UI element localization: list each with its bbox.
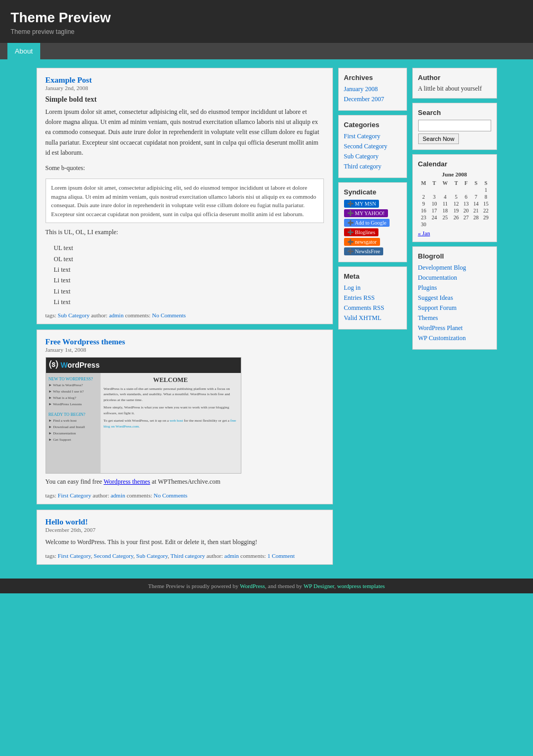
post-1-bold: Simple bold text	[46, 95, 324, 104]
cal-day: 19	[451, 207, 461, 214]
cal-day: 14	[471, 200, 481, 207]
post-1-tag-link[interactable]: Sub Category	[58, 312, 89, 318]
cal-day	[429, 221, 439, 228]
list-item: Sub Category	[344, 152, 401, 161]
syndicate-bloglines[interactable]: ➕ Bloglines	[344, 228, 401, 236]
cal-day: 15	[481, 200, 491, 207]
cal-prev-anchor[interactable]: « Jan	[418, 230, 430, 236]
post-3-tag1-link[interactable]: First Category	[58, 553, 91, 559]
list-item: Li text	[54, 286, 324, 297]
cal-day	[451, 186, 461, 193]
archive-jan-2008[interactable]: January 2008	[344, 85, 378, 93]
post-3-tag3-link[interactable]: Sub Category	[136, 553, 167, 559]
cal-day-header: M	[418, 180, 430, 186]
cal-day-header: F	[461, 180, 471, 186]
site-tagline: Theme preview tagline	[11, 28, 522, 35]
footer-wp-link[interactable]: WordPress	[240, 583, 265, 589]
syndicate-newsgator[interactable]: ➕ newsgator	[344, 237, 401, 246]
post-2-tag-link[interactable]: First Category	[58, 492, 91, 499]
list-item: Li text	[54, 264, 324, 275]
nav-bar: About	[0, 43, 533, 59]
post-2-comments-link[interactable]: No Comments	[153, 492, 187, 499]
blogroll-docs[interactable]: Documentation	[418, 274, 457, 281]
meta-title: Meta	[344, 272, 401, 280]
list-item: WordPress Planet	[418, 324, 491, 332]
list-item: UL text	[54, 243, 324, 253]
cal-day: 30	[418, 221, 430, 228]
cal-day	[429, 186, 439, 193]
cal-day	[471, 221, 481, 228]
post-2-author-link[interactable]: admin	[111, 492, 125, 499]
blogroll-support-forum[interactable]: Support Forum	[418, 304, 457, 312]
search-button[interactable]: Search Now	[418, 134, 459, 144]
post-1-comments-link[interactable]: No Comments	[152, 312, 186, 318]
syndicate-yahoo[interactable]: ➕ MY YAHOO!	[344, 209, 401, 217]
blogroll-wp-customization[interactable]: WP Customization	[418, 334, 466, 342]
cat-third[interactable]: Third category	[344, 163, 382, 170]
post-2: Free Wordpress themes January 1st, 2008 …	[37, 330, 333, 504]
cal-day	[471, 186, 481, 193]
author-bio: A little bit about yourself	[418, 85, 491, 93]
syndicate-msn[interactable]: ➕ MY MSN	[344, 199, 401, 208]
post-3-tags: tags: First Category, Second Category, S…	[46, 553, 324, 559]
list-item: Themes	[418, 314, 491, 322]
search-input[interactable]	[418, 120, 491, 131]
blogroll-dev-blog[interactable]: Development Blog	[418, 264, 466, 271]
list-item: Entries RSS	[344, 293, 401, 302]
archives-title: Archives	[344, 74, 401, 82]
post-3-tag2-link[interactable]: Second Category	[94, 553, 133, 559]
post-1-bquote-label: Some b-quotes:	[46, 163, 324, 173]
cal-day: 29	[481, 214, 491, 221]
post-2-themes-link[interactable]: Wordpress themes	[104, 478, 150, 485]
blogroll-themes[interactable]: Themes	[418, 314, 438, 322]
list-item: First Category	[344, 132, 401, 140]
list-item: Third category	[344, 162, 401, 171]
cat-sub[interactable]: Sub Category	[344, 153, 379, 160]
cal-day: 3	[429, 193, 439, 200]
cat-first[interactable]: First Category	[344, 132, 381, 140]
post-1-body: Lorem ipsum dolor sit amet, consectetur …	[46, 107, 324, 158]
blogroll-plugins[interactable]: Plugins	[418, 284, 437, 291]
list-item: OL text	[54, 254, 324, 264]
post-2-title[interactable]: Free Wordpress themes	[46, 337, 125, 346]
syndicate-google[interactable]: ➕ Add to Google	[344, 218, 401, 227]
right-sidebar: Author A little bit about yourself Searc…	[412, 68, 497, 570]
post-1-list-label: This is UL, OL, LI example:	[46, 227, 324, 237]
footer-designer-link[interactable]: WP Designer	[303, 583, 334, 589]
calendar-table: M T W T F S S	[418, 180, 491, 228]
author-widget: Author A little bit about yourself	[412, 68, 497, 99]
categories-title: Categories	[344, 121, 401, 129]
post-3-title[interactable]: Hello world!	[46, 518, 88, 526]
post-3: Hello world! December 26th, 2007 Welcome…	[37, 510, 333, 565]
post-3-author-link[interactable]: admin	[224, 553, 239, 559]
archive-dec-2007[interactable]: December 2007	[344, 95, 384, 103]
blogroll-suggest-ideas[interactable]: Suggest Ideas	[418, 294, 453, 301]
cal-day: 20	[461, 207, 471, 214]
list-item: Documentation	[418, 273, 491, 282]
post-3-tag4-link[interactable]: Third category	[170, 553, 205, 559]
cal-day	[461, 186, 471, 193]
cal-day-header: T	[451, 180, 461, 186]
cal-day	[418, 186, 430, 193]
blogroll-wp-planet[interactable]: WordPress Planet	[418, 324, 463, 332]
syndicate-widget: Syndicate ➕ MY MSN ➕ MY YAHOO! ➕ Add to …	[338, 182, 407, 262]
main-content: Example Post January 2nd, 2008 Simple bo…	[37, 68, 333, 570]
post-1-title[interactable]: Example Post	[46, 76, 92, 84]
meta-entries-rss[interactable]: Entries RSS	[344, 294, 375, 301]
page-wrapper: Example Post January 2nd, 2008 Simple bo…	[37, 68, 497, 570]
post-3-comments-link[interactable]: 1 Comment	[267, 553, 295, 559]
meta-comments-rss[interactable]: Comments RSS	[344, 304, 384, 312]
meta-login[interactable]: Log in	[344, 284, 361, 291]
meta-valid-xhtml[interactable]: Valid XHTML	[344, 314, 382, 322]
cat-second[interactable]: Second Category	[344, 143, 387, 150]
meta-list: Log in Entries RSS Comments RSS Valid XH…	[344, 283, 401, 322]
nav-about[interactable]: About	[7, 43, 40, 59]
post-1: Example Post January 2nd, 2008 Simple bo…	[37, 68, 333, 324]
cal-day: 2	[418, 193, 430, 200]
post-1-author-link[interactable]: admin	[109, 312, 124, 318]
syndicate-newsisfree[interactable]: ➕ NewsIsFree	[344, 247, 401, 255]
list-item: Second Category	[344, 142, 401, 150]
footer-templates-link[interactable]: wordpress templates	[337, 583, 385, 589]
cal-day-header: W	[439, 180, 451, 186]
cal-day: 4	[439, 193, 451, 200]
